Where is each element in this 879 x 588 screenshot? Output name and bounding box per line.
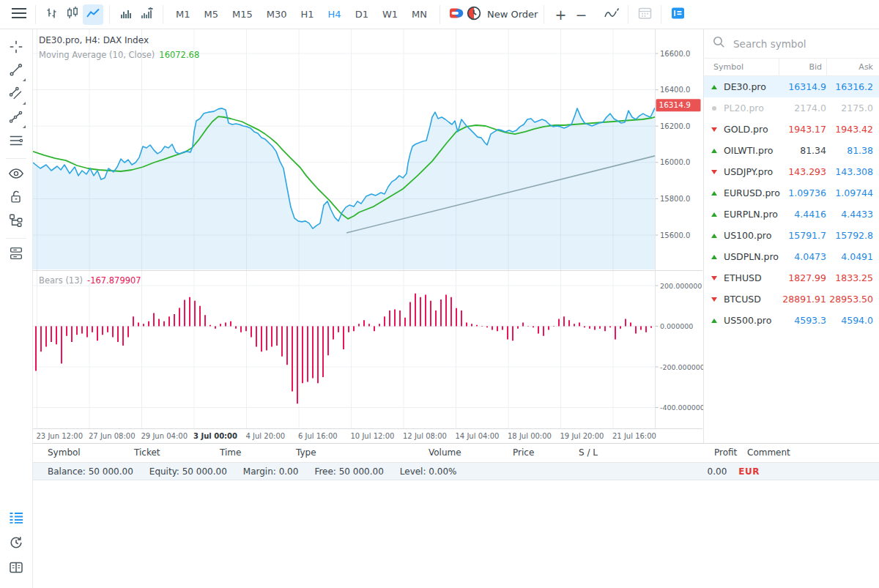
quote-row[interactable]: USDJPY.pro143.293143.308	[704, 161, 879, 182]
col-symbol: Symbol	[48, 447, 81, 458]
depth-of-market-icon	[449, 7, 464, 23]
svg-text:-200.000000: -200.000000	[660, 363, 703, 371]
eye-icon	[8, 165, 24, 185]
lock-objects-button[interactable]	[4, 187, 28, 210]
trade-table-header: Symbol Ticket Time Type Volume Price S /…	[33, 444, 879, 462]
trade-list-button[interactable]	[4, 507, 28, 531]
trendline-tool-button[interactable]	[4, 60, 28, 83]
object-list-button[interactable]	[4, 210, 28, 234]
timeframe-m30[interactable]: M30	[260, 4, 294, 25]
quote-row[interactable]: BTCUSD28891.9128953.50	[704, 289, 879, 310]
svg-text:16000.0: 16000.0	[660, 158, 690, 166]
volume-button[interactable]	[116, 4, 136, 25]
fibonacci-lines-icon	[8, 133, 24, 152]
market-watch-panel: Symbol Bid Ask DE30.pro16314.916316.2PL2…	[703, 29, 879, 443]
timeframe-m5[interactable]: M5	[198, 4, 226, 25]
toolbar-divider	[628, 5, 628, 24]
quote-row[interactable]: OILWTI.pro81.3481.38	[704, 140, 879, 161]
svg-text:200.000000: 200.000000	[660, 282, 702, 290]
toolbar-divider	[440, 5, 440, 24]
quote-bid: 81.34	[781, 145, 826, 156]
search-input[interactable]	[732, 37, 870, 51]
quote-bid: 143.293	[781, 166, 826, 177]
top-toolbar: M1 M5 M15 M30 H1 H4 D1 W1 MN New Order +…	[0, 0, 879, 29]
svg-text:16200.0: 16200.0	[660, 122, 690, 130]
unlock-icon	[8, 189, 24, 208]
print-layers-button[interactable]	[4, 243, 28, 267]
fibonacci-tool-button[interactable]	[4, 130, 28, 154]
quote-bid: 4.4416	[781, 209, 826, 220]
journal-button[interactable]	[4, 557, 28, 581]
quote-row[interactable]: EURUSD.pro1.097361.09744	[704, 182, 879, 204]
svg-text:21 Jul 16:00: 21 Jul 16:00	[612, 432, 656, 440]
timeframe-w1[interactable]: W1	[376, 4, 404, 25]
symbol-column-header[interactable]: Symbol	[704, 59, 779, 75]
price-direction-icon	[711, 170, 717, 174]
indicators-button[interactable]	[601, 4, 622, 25]
crosshair-tool-button[interactable]	[4, 37, 28, 60]
zoom-out-button[interactable]: −	[571, 7, 591, 23]
quote-row[interactable]: GOLD.pro1943.171943.42	[704, 119, 879, 140]
timeframe-h1[interactable]: H1	[294, 4, 321, 25]
quote-bid: 15791.7	[781, 230, 826, 241]
candlestick-icon	[65, 6, 80, 23]
parallel-channel-icon	[8, 86, 24, 105]
svg-text:6 Jul 16:00: 6 Jul 16:00	[298, 432, 338, 440]
quote-row[interactable]: DE30.pro16314.916316.2	[704, 76, 879, 97]
drawing-tools-rail	[0, 29, 33, 588]
new-order-label: New Order	[487, 9, 538, 20]
quote-row[interactable]: US100.pro15791.715792.8	[704, 225, 879, 246]
new-order-button[interactable]: New Order	[467, 6, 538, 23]
object-visibility-button[interactable]	[4, 163, 28, 187]
zoom-in-button[interactable]: +	[550, 7, 571, 23]
search-icon	[713, 36, 725, 51]
timeframe-m15[interactable]: M15	[226, 4, 259, 25]
chart-canvas[interactable]: 16600.016400.016200.016000.015800.015600…	[33, 29, 703, 443]
free-margin-value: Free: 50 000.00	[314, 466, 383, 477]
polyline-tool-button[interactable]	[4, 107, 28, 130]
symbol-search-row	[704, 29, 879, 59]
bid-column-header[interactable]: Bid	[779, 59, 827, 75]
timeframe-d1[interactable]: D1	[349, 4, 375, 25]
quote-bid: 4.0473	[781, 251, 826, 262]
price-direction-icon	[711, 276, 717, 280]
quote-row[interactable]: ETHUSD1827.991833.25	[704, 267, 879, 289]
account-balance-bar: Balance: 50 000.00 Equity: 50 000.00 Mar…	[33, 462, 879, 480]
quote-row[interactable]: PL20.pro2174.02175.0	[704, 97, 879, 119]
toolbar-divider	[544, 5, 544, 24]
timeframe-m1[interactable]: M1	[169, 4, 197, 25]
quote-row[interactable]: EURPLN.pro4.44164.4433	[704, 204, 879, 225]
price-direction-icon	[711, 191, 717, 196]
trade-panel: Symbol Ticket Time Type Volume Price S /…	[33, 443, 879, 588]
depth-of-market-button[interactable]	[446, 4, 467, 25]
ask-column-header[interactable]: Ask	[827, 59, 879, 75]
economic-calendar-button[interactable]	[634, 4, 655, 25]
timeframe-h4[interactable]: H4	[322, 4, 348, 25]
layers-icon	[8, 245, 24, 264]
quote-symbol: ETHUSD	[724, 272, 781, 283]
main-menu-button[interactable]	[9, 4, 29, 25]
timeframe-mn[interactable]: MN	[405, 4, 434, 25]
channel-tool-button[interactable]	[4, 83, 28, 107]
polyline-icon	[8, 109, 24, 128]
price-direction-icon	[712, 106, 716, 111]
news-chat-button[interactable]	[667, 4, 688, 25]
chat-note-icon	[671, 7, 685, 23]
col-price: Price	[513, 447, 534, 458]
quote-symbol: EURUSD.pro	[724, 187, 781, 198]
quote-bid: 1943.17	[781, 124, 826, 135]
quote-bid: 1827.99	[781, 272, 826, 283]
tick-volume-button[interactable]	[136, 4, 157, 25]
toolbar-divider	[163, 5, 163, 24]
price-chart-svg[interactable]: 16600.016400.016200.016000.015800.015600…	[33, 29, 703, 443]
quote-row[interactable]: USDPLN.pro4.04734.0491	[704, 246, 879, 267]
svg-text:10 Jul 12:00: 10 Jul 12:00	[351, 432, 395, 440]
margin-value: Margin: 0.00	[243, 466, 299, 477]
bar-chart-type-button[interactable]	[42, 4, 62, 25]
volume-histogram-icon	[119, 7, 133, 23]
ohlc-bars-icon	[45, 6, 59, 23]
history-button[interactable]	[4, 532, 28, 556]
candlestick-chart-type-button[interactable]	[62, 4, 83, 25]
quote-row[interactable]: US500.pro4593.34594.0	[704, 310, 879, 331]
line-chart-type-button[interactable]	[83, 4, 103, 25]
